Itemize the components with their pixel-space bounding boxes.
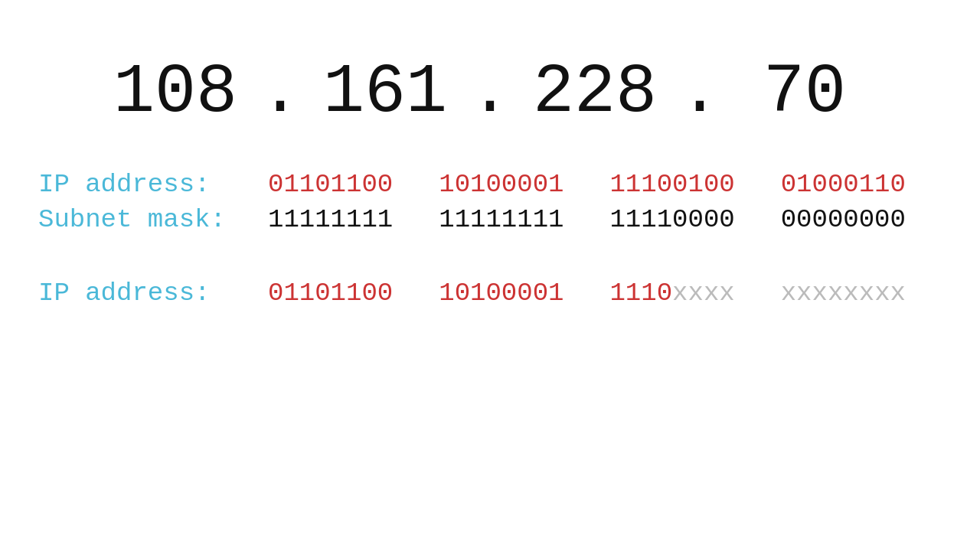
- masked-octet-3: 1110 xxxx: [609, 279, 734, 308]
- ip-bin-octet-1: 01101100: [268, 170, 393, 199]
- subnet-bin-octet-4: 00000000: [781, 205, 906, 234]
- subnet-bin-octet-2: 11111111: [439, 205, 564, 234]
- ip-dot-1: .: [252, 54, 309, 132]
- subnet-binary-row: Subnet mask: 11111111 11111111 11110000 …: [38, 205, 942, 234]
- ip-binary-label: IP address:: [38, 170, 268, 199]
- subnet-binary-octets: 11111111 11111111 11110000 00000000: [268, 205, 906, 234]
- masked-octet-3-gray: xxxx: [672, 279, 735, 308]
- ip-bin-octet-2: 10100001: [439, 170, 564, 199]
- ip-bin-octet-4: 01000110: [781, 170, 906, 199]
- subnet-bin-octet-1: 11111111: [268, 205, 393, 234]
- subnet-bin-octet-3: 11110000: [609, 205, 734, 234]
- ip-dot-3: .: [671, 54, 728, 132]
- subnet-binary-label: Subnet mask:: [38, 205, 268, 234]
- masked-ip-row: IP address: 01101100 10100001 1110 xxxx …: [38, 279, 942, 308]
- masked-octet-3-red: 1110: [609, 279, 672, 308]
- ip-binary-octets: 01101100 10100001 11100100 01000110: [268, 170, 906, 199]
- masked-octet-2-red: 10100001: [439, 279, 564, 308]
- ip-octet-4: 70: [728, 54, 881, 132]
- ip-octet-3: 228: [518, 54, 671, 132]
- masked-octet-4: xxxxxxxx: [781, 279, 906, 308]
- masked-octet-2: 10100001: [439, 279, 564, 308]
- masked-ip-octets: 01101100 10100001 1110 xxxx xxxxxxxx: [268, 279, 906, 308]
- ip-display-row: 108 . 161 . 228 . 70: [38, 54, 942, 132]
- masked-octet-1: 01101100: [268, 279, 393, 308]
- masked-ip-label: IP address:: [38, 279, 268, 308]
- masked-octet-1-red: 01101100: [268, 279, 393, 308]
- ip-binary-row: IP address: 01101100 10100001 11100100 0…: [38, 170, 942, 199]
- masked-section: IP address: 01101100 10100001 1110 xxxx …: [38, 279, 942, 308]
- binary-section: IP address: 01101100 10100001 11100100 0…: [38, 170, 942, 240]
- masked-octet-4-gray: xxxxxxxx: [781, 279, 906, 308]
- ip-bin-octet-3: 11100100: [609, 170, 734, 199]
- main-container: 108 . 161 . 228 . 70 IP address: 0110110…: [0, 0, 980, 551]
- ip-octet-1: 108: [99, 54, 252, 132]
- ip-dot-2: .: [462, 54, 518, 132]
- ip-octet-2: 161: [309, 54, 462, 132]
